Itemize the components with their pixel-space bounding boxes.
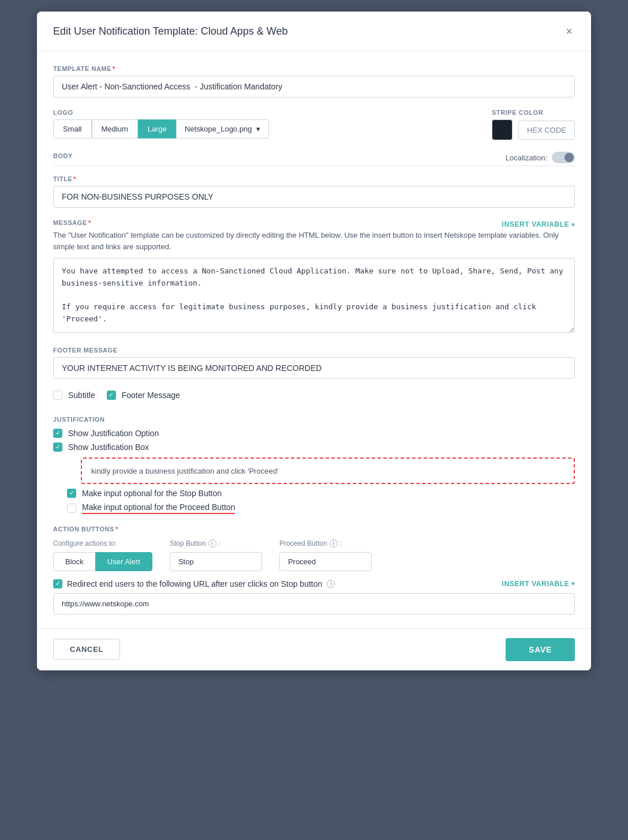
configure-actions-group: Configure actions to: Block User Alert — [53, 539, 152, 571]
modal-body: TEMPLATE NAME* LOGO Small Medium Large N… — [37, 51, 591, 628]
show-justification-box-checkbox[interactable] — [53, 442, 62, 452]
redirect-row: Redirect end users to the following URL … — [53, 579, 575, 588]
checkboxes-inline-row: Subtitle Footer Message — [53, 391, 575, 404]
size-small-button[interactable]: Small — [53, 119, 92, 138]
logo-section: LOGO Small Medium Large Netskope_Logo.pn… — [53, 109, 469, 138]
redirect-checkbox[interactable] — [53, 579, 62, 588]
action-config-row: Configure actions to: Block User Alert S… — [53, 539, 575, 571]
chevron-down-icon-redirect: ▾ — [571, 580, 575, 587]
insert-variable-button-message[interactable]: INSERT VARIABLE ▾ — [502, 220, 575, 228]
footer-message-label: FOOTER MESSAGE — [53, 347, 575, 354]
chevron-down-icon: ▾ — [571, 222, 575, 228]
sub-checkboxes: Make input optional for the Stop Button … — [67, 489, 575, 514]
cancel-button[interactable]: CANCEL — [53, 639, 120, 660]
configure-actions-label: Configure actions to: — [53, 539, 152, 548]
localization-row: Localization: ✕ — [506, 152, 575, 163]
user-alert-button[interactable]: User Alert — [95, 552, 152, 571]
subtitle-checkbox[interactable] — [53, 391, 62, 400]
footer-message-checkbox-row: Footer Message — [107, 391, 180, 400]
justification-section-label: JUSTIFICATION — [53, 416, 575, 423]
title-label: TITLE* — [53, 175, 575, 182]
chevron-down-icon: ▾ — [256, 125, 260, 133]
make-optional-proceed-checkbox[interactable] — [67, 504, 76, 513]
title-input[interactable] — [53, 186, 575, 208]
redirect-label: Redirect end users to the following URL … — [67, 579, 322, 588]
proceed-button-input[interactable] — [279, 552, 372, 571]
action-buttons-section: ACTION BUTTONS* Configure actions to: Bl… — [53, 526, 575, 614]
show-justification-option-row: Show Justification Option — [53, 429, 575, 438]
modal-footer: CANCEL SAVE — [37, 628, 591, 670]
justification-text-box — [81, 457, 575, 484]
body-section: BODY Localization: ✕ — [53, 152, 575, 166]
stop-button-input[interactable] — [170, 552, 262, 571]
close-button[interactable]: × — [563, 23, 575, 39]
hex-code-label: HEX CODE — [518, 121, 575, 140]
subtitle-label: Subtitle — [68, 391, 95, 400]
message-description: The "User Notification" template can be … — [53, 230, 575, 252]
footer-message-checkbox-label: Footer Message — [122, 391, 180, 400]
footer-message-group: FOOTER MESSAGE — [53, 347, 575, 379]
justification-input-wrapper — [67, 457, 575, 484]
action-buttons-label: ACTION BUTTONS* — [53, 526, 575, 532]
footer-message-input[interactable] — [53, 357, 575, 379]
proceed-button-label-row: Proceed Button i : — [279, 539, 372, 548]
insert-variable-button-redirect[interactable]: INSERT VARIABLE ▾ — [502, 580, 575, 588]
action-type-buttons: Block User Alert — [53, 552, 152, 571]
size-medium-button[interactable]: Medium — [92, 119, 138, 138]
show-justification-option-checkbox[interactable] — [53, 429, 62, 438]
template-name-label: TEMPLATE NAME* — [53, 65, 575, 72]
stripe-color-section: STRIPE COLOR HEX CODE — [492, 109, 575, 140]
logo-stripe-row: LOGO Small Medium Large Netskope_Logo.pn… — [53, 109, 575, 140]
message-header-row: MESSAGE* INSERT VARIABLE ▾ — [53, 219, 575, 230]
save-button[interactable]: SAVE — [506, 638, 575, 661]
proceed-button-group: Proceed Button i : — [279, 539, 372, 571]
body-label: BODY — [53, 152, 73, 159]
show-justification-box-label: Show Justification Box — [68, 442, 149, 452]
justification-placeholder-input[interactable] — [91, 467, 565, 475]
title-field-group: TITLE* — [53, 175, 575, 208]
color-swatch[interactable] — [492, 119, 513, 140]
body-header-row: BODY Localization: ✕ — [53, 152, 575, 163]
toggle-x-icon: ✕ — [568, 155, 573, 160]
stop-info-icon: i — [208, 539, 216, 548]
proceed-info-icon: i — [330, 539, 338, 548]
redirect-url-input[interactable] — [53, 593, 575, 614]
message-group: MESSAGE* INSERT VARIABLE ▾ The "User Not… — [53, 219, 575, 335]
template-name-group: TEMPLATE NAME* — [53, 65, 575, 97]
logo-label: LOGO — [53, 109, 469, 116]
localization-toggle[interactable]: ✕ — [552, 152, 575, 163]
logo-file-dropdown[interactable]: Netskope_Logo.png ▾ — [176, 119, 269, 138]
show-justification-option-label: Show Justification Option — [68, 429, 159, 438]
localization-label: Localization: — [506, 153, 547, 162]
stripe-color-label: STRIPE COLOR — [492, 109, 575, 116]
make-optional-stop-checkbox[interactable] — [67, 489, 76, 498]
make-optional-proceed-label: Make input optional for the Proceed Butt… — [82, 502, 235, 514]
message-label: MESSAGE* — [53, 219, 91, 226]
section-divider — [53, 166, 575, 166]
make-optional-proceed-row: Make input optional for the Proceed Butt… — [67, 502, 575, 514]
show-justification-box-row: Show Justification Box — [53, 442, 575, 452]
message-textarea[interactable]: You have attempted to access a Non-Sanct… — [53, 258, 575, 333]
make-optional-stop-label: Make input optional for the Stop Button — [82, 489, 222, 498]
footer-message-checkbox[interactable] — [107, 391, 116, 400]
justification-section: JUSTIFICATION Show Justification Option … — [53, 416, 575, 514]
logo-controls: Small Medium Large Netskope_Logo.png ▾ — [53, 119, 469, 138]
modal-container: Edit User Notification Template: Cloud A… — [37, 12, 591, 670]
stop-button-label-row: Stop Button i : — [170, 539, 262, 548]
stripe-controls: HEX CODE — [492, 119, 575, 140]
template-name-input[interactable] — [53, 76, 575, 97]
stop-button-group: Stop Button i : — [170, 539, 262, 571]
make-optional-stop-row: Make input optional for the Stop Button — [67, 489, 575, 498]
subtitle-checkbox-row: Subtitle — [53, 391, 95, 400]
size-large-button[interactable]: Large — [138, 119, 177, 138]
modal-title: Edit User Notification Template: Cloud A… — [53, 25, 288, 38]
modal-header: Edit User Notification Template: Cloud A… — [37, 12, 591, 51]
block-button[interactable]: Block — [53, 552, 96, 571]
redirect-label-row: Redirect end users to the following URL … — [53, 579, 335, 588]
redirect-info-icon: i — [327, 580, 335, 588]
